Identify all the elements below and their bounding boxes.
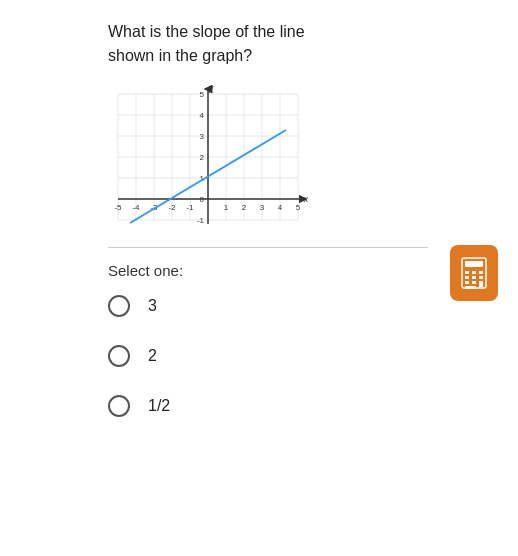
svg-text:-5: -5 — [114, 203, 122, 212]
coordinate-graph: -5 -4 -3 -2 -1 1 2 3 4 5 x 0 1 2 3 4 5 -… — [108, 84, 308, 229]
option-row-half: 1/2 — [108, 395, 518, 417]
option-label-2: 2 — [148, 347, 157, 365]
svg-text:1: 1 — [224, 203, 229, 212]
svg-text:-2: -2 — [168, 203, 176, 212]
svg-text:5: 5 — [296, 203, 301, 212]
svg-rect-50 — [465, 286, 476, 289]
svg-rect-41 — [465, 271, 469, 274]
svg-rect-47 — [465, 281, 469, 284]
svg-text:5: 5 — [200, 90, 205, 99]
svg-text:4: 4 — [278, 203, 283, 212]
svg-text:-1: -1 — [186, 203, 194, 212]
svg-rect-43 — [479, 271, 483, 274]
svg-text:2: 2 — [200, 153, 205, 162]
svg-text:x: x — [303, 194, 308, 204]
svg-text:0: 0 — [200, 195, 205, 204]
option-label-3: 3 — [148, 297, 157, 315]
svg-rect-46 — [479, 276, 483, 279]
svg-rect-40 — [465, 261, 483, 267]
graph-container: -5 -4 -3 -2 -1 1 2 3 4 5 x 0 1 2 3 4 5 -… — [108, 84, 308, 229]
radio-option-half[interactable] — [108, 395, 130, 417]
svg-rect-45 — [472, 276, 476, 279]
svg-text:y: y — [208, 84, 214, 93]
svg-rect-42 — [472, 271, 476, 274]
calculator-button[interactable] — [450, 245, 498, 301]
svg-text:4: 4 — [200, 111, 205, 120]
option-row-2: 2 — [108, 345, 518, 367]
svg-rect-48 — [472, 281, 476, 284]
svg-text:-1: -1 — [197, 216, 205, 225]
svg-text:3: 3 — [200, 132, 205, 141]
divider — [108, 247, 428, 248]
svg-rect-49 — [479, 281, 483, 287]
calculator-icon — [460, 257, 488, 289]
radio-option-3[interactable] — [108, 295, 130, 317]
svg-text:2: 2 — [242, 203, 247, 212]
option-label-half: 1/2 — [148, 397, 170, 415]
radio-option-2[interactable] — [108, 345, 130, 367]
svg-text:-4: -4 — [132, 203, 140, 212]
svg-text:3: 3 — [260, 203, 265, 212]
svg-rect-44 — [465, 276, 469, 279]
options-list: 3 2 1/2 — [108, 295, 518, 417]
question-text: What is the slope of the line shown in t… — [108, 20, 328, 68]
